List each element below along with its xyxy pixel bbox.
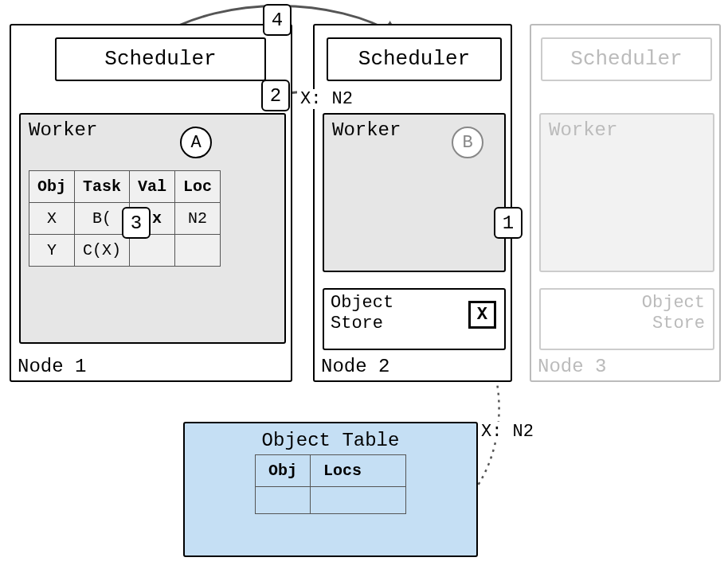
scheduler-label: Scheduler — [104, 47, 216, 71]
node-1-worker: Worker A Obj Task Val Loc X B( *x — [19, 113, 286, 344]
node-2-scheduler: Scheduler — [327, 37, 502, 81]
node-2-box: Scheduler Worker B Object Store X Node 2 — [313, 24, 512, 382]
object-store-label: Object Store — [541, 290, 713, 338]
task-b-name: B — [462, 133, 472, 153]
hdr-loc: Loc — [175, 171, 221, 203]
hdr-val: Val — [130, 171, 175, 203]
worker-label: Worker — [21, 115, 284, 146]
msg-bottom: X: N2 — [478, 422, 537, 442]
node-1-scheduler: Scheduler — [55, 37, 266, 81]
hdr-task: Task — [75, 171, 130, 203]
worker-label: Worker — [541, 115, 713, 146]
node-1-label: Node 1 — [18, 356, 86, 377]
object-table-box: Object Table Obj Locs — [183, 422, 478, 557]
table-row: Y C(X) — [29, 235, 221, 267]
scheduler-label: Scheduler — [358, 47, 470, 71]
object-table: Obj Locs — [255, 454, 406, 514]
scheduler-label: Scheduler — [570, 47, 682, 71]
ot-hdr-locs: Locs — [311, 455, 406, 487]
table-row — [255, 487, 405, 514]
object-x-box: X — [468, 301, 496, 329]
node-2-worker: Worker B — [323, 113, 506, 272]
node-2-object-store: Object Store X — [323, 288, 506, 350]
task-a-circle: A — [180, 127, 212, 158]
node-3-worker: Worker — [539, 113, 714, 272]
diagram-stage: Scheduler Worker A Obj Task Val Loc X B( — [0, 0, 728, 573]
node-1-box: Scheduler Worker A Obj Task Val Loc X B( — [10, 24, 292, 382]
msg-top: X: N2 — [297, 89, 356, 109]
step-1-badge: 1 — [494, 207, 523, 239]
step-4-badge: 4 — [263, 4, 292, 36]
node-2-label: Node 2 — [321, 356, 389, 377]
step-3-badge: 3 — [122, 207, 151, 239]
ot-hdr-obj: Obj — [255, 455, 310, 487]
node-3-box: Scheduler Worker Object Store Node 3 — [530, 24, 721, 382]
task-a-name: A — [190, 133, 201, 153]
node-3-object-store: Object Store — [539, 288, 714, 350]
task-b-circle: B — [452, 127, 483, 158]
hdr-obj: Obj — [29, 171, 75, 203]
object-x-label: X — [477, 305, 487, 325]
node-3-label: Node 3 — [538, 356, 606, 377]
step-2-badge: 2 — [261, 80, 290, 111]
object-table-title: Object Table — [185, 423, 476, 454]
node-3-scheduler: Scheduler — [541, 37, 712, 81]
